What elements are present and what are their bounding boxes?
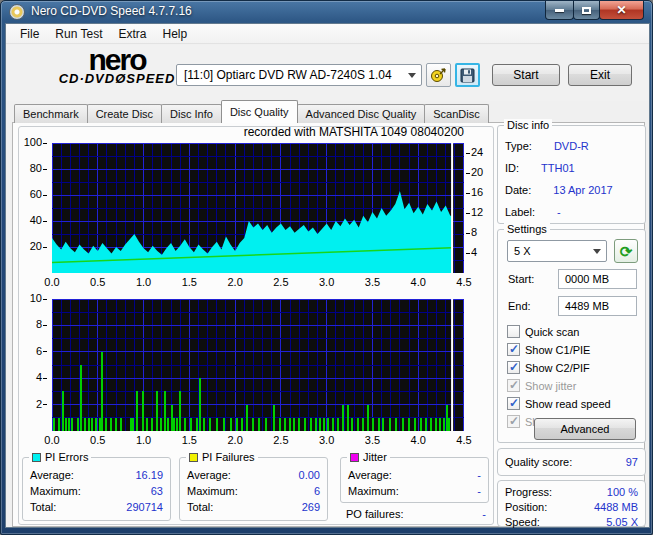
progress-value: 4488 MB [594, 501, 638, 513]
pi-errors-color-swatch [32, 453, 41, 462]
checkbox-box-quick-scan[interactable] [507, 325, 520, 338]
menu-item-extra[interactable]: Extra [110, 25, 154, 43]
tick-mark [466, 233, 470, 234]
tick-mark [466, 173, 470, 174]
app-icon [9, 4, 25, 20]
save-icon [460, 68, 475, 83]
x-axis-tick-4.0: 4.0 [403, 276, 433, 288]
pi-failures-row: Average:0.00 [187, 469, 320, 481]
disc-info-row: ID:TTH01 [505, 162, 638, 174]
refresh-button[interactable]: ⟳ [614, 239, 638, 263]
checkbox-quick-scan[interactable]: Quick scan [507, 325, 579, 338]
advanced-button[interactable]: Advanced [534, 418, 636, 440]
pi-failures-row: Total:269 [187, 501, 320, 513]
y-axis-tick-80: 80 [18, 162, 48, 174]
y-axis-tick-20: 20 [18, 240, 48, 252]
pi-errors-label: Maximum: [30, 485, 81, 497]
x2-axis-tick-0.5: 0.5 [83, 434, 113, 446]
title-bar[interactable]: Nero CD-DVD Speed 4.7.7.16 ✕ [1, 1, 652, 23]
x-axis-tick-4.5: 4.5 [449, 276, 479, 288]
chevron-down-icon [408, 73, 416, 78]
tab-disc-info[interactable]: Disc Info [161, 104, 222, 123]
close-button[interactable]: ✕ [599, 1, 644, 20]
checkbox-box-show-c2-pif[interactable] [507, 361, 520, 374]
checkbox-show-c1-pie[interactable]: Show C1/PIE [507, 343, 590, 356]
menu-item-file[interactable]: File [12, 25, 47, 43]
app-window: Nero CD-DVD Speed 4.7.7.16 ✕ FileRun Tes… [0, 0, 653, 535]
checkbox-show-c2-pif[interactable]: Show C2/PIF [507, 361, 590, 374]
tick-mark [43, 378, 47, 379]
quality-score-value: 97 [626, 456, 638, 468]
pi-errors-legend: PI Errors [29, 451, 91, 463]
jitter-label: Average: [348, 469, 392, 481]
start-field-label: Start: [508, 273, 534, 285]
tick-mark [43, 351, 47, 352]
disc-info-row: Label:- [505, 206, 638, 218]
tick-mark [466, 193, 470, 194]
quality-score-row: Quality score: 97 [505, 456, 638, 468]
tick-mark [43, 221, 47, 222]
menu-item-run-test[interactable]: Run Test [47, 25, 110, 43]
tab-disc-quality[interactable]: Disc Quality [221, 100, 298, 123]
x2-axis-tick-1.5: 1.5 [174, 434, 204, 446]
disc-info-title: Disc info [504, 119, 552, 131]
pi-failures-color-swatch [189, 453, 198, 462]
minimize-button[interactable] [545, 1, 574, 20]
jitter-value: - [477, 485, 481, 497]
tab-bar: BenchmarkCreate DiscDisc InfoDisc Qualit… [14, 101, 488, 123]
right-axis-tick-16: 16 [465, 186, 483, 198]
disc-info-value: TTH01 [541, 162, 575, 174]
pi-errors-chart [52, 143, 464, 273]
progress-row: Speed:5.05 X [505, 516, 638, 528]
tab-scandisc[interactable]: ScanDisc [424, 104, 488, 123]
x2-axis-tick-2.5: 2.5 [266, 434, 296, 446]
x2-axis-tick-3.5: 3.5 [357, 434, 387, 446]
tick-mark [466, 253, 470, 254]
pi-errors-title: PI Errors [45, 451, 88, 463]
start-field[interactable]: 0000 MB [558, 269, 637, 289]
end-field[interactable]: 4489 MB [558, 296, 637, 316]
drive-select[interactable]: [11:0] Optiarc DVD RW AD-7240S 1.04 [176, 64, 422, 86]
scan-speed-arrow[interactable] [589, 242, 605, 260]
scan-speed-select[interactable]: 5 X [507, 240, 607, 262]
eject-tray-button[interactable] [426, 63, 451, 87]
checkbox-show-jitter[interactable]: Show jitter [507, 379, 576, 392]
minimize-icon [555, 9, 564, 12]
checkbox-show-read-speed[interactable]: Show read speed [507, 397, 611, 410]
menu-item-help[interactable]: Help [155, 25, 196, 43]
right-axis-tick-12: 12 [465, 206, 483, 218]
progress-row: Position:4488 MB [505, 501, 638, 513]
tick-mark [43, 325, 47, 326]
checkbox-label-show-c2-pif: Show C2/PIF [525, 362, 590, 374]
disc-info-label: Type: [505, 140, 532, 152]
disc-info-row: Type:DVD-R [505, 140, 638, 152]
save-button[interactable] [455, 63, 480, 87]
disc-info-label: Date: [505, 184, 531, 196]
maximize-button[interactable] [573, 1, 600, 20]
start-button[interactable]: Start [492, 64, 560, 86]
checkbox-box-show-read-speed[interactable] [507, 397, 520, 410]
pi-errors-value: 290714 [126, 501, 163, 513]
x-axis-tick-1.0: 1.0 [129, 276, 159, 288]
pi-failures-title: PI Failures [202, 451, 255, 463]
exit-button[interactable]: Exit [568, 64, 632, 86]
pi-errors-value: 16.19 [135, 469, 163, 481]
quality-score-box: Quality score: 97 [497, 448, 646, 476]
tab-benchmark[interactable]: Benchmark [14, 104, 88, 123]
tab-advanced-disc-quality[interactable]: Advanced Disc Quality [297, 104, 426, 123]
pi-errors-label: Average: [30, 469, 74, 481]
drive-select-value: [11:0] Optiarc DVD RW AD-7240S 1.04 [184, 68, 392, 82]
x-axis-tick-3.5: 3.5 [357, 276, 387, 288]
jitter-value: - [477, 469, 481, 481]
disc-info-row: Date:13 Apr 2017 [505, 184, 638, 196]
x-axis-tick-2.0: 2.0 [220, 276, 250, 288]
drive-select-arrow[interactable] [403, 66, 420, 84]
pi-errors-row: Total:290714 [30, 501, 163, 513]
tick-mark [466, 213, 470, 214]
checkbox-box-show-c1-pie[interactable] [507, 343, 520, 356]
close-icon: ✕ [616, 3, 626, 17]
x-axis-tick-1.5: 1.5 [174, 276, 204, 288]
pi-failures-row: Maximum:6 [187, 485, 320, 497]
progress-value: 100 % [607, 486, 638, 498]
tab-create-disc[interactable]: Create Disc [87, 104, 162, 123]
